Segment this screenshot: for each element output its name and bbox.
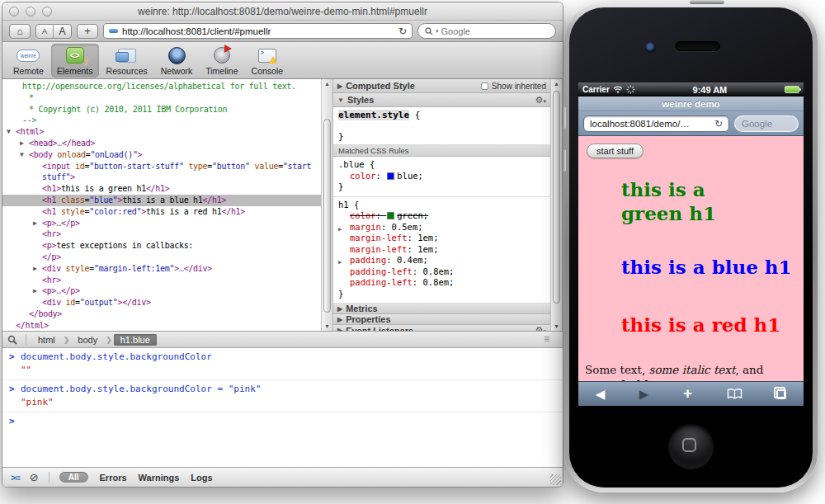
dom-tree-node[interactable]: * xyxy=(2,92,321,104)
dom-tree-node[interactable]: </body> xyxy=(2,309,321,320)
tab-elements[interactable]: <> Elements xyxy=(51,44,99,78)
expand-arrow-icon[interactable]: ▶ xyxy=(33,285,37,297)
console-command[interactable]: >document.body.style.backgroundColor xyxy=(2,351,563,364)
css-property[interactable]: color: green; xyxy=(333,210,550,222)
css-property[interactable]: margin-left: 1em; xyxy=(333,244,550,256)
pages-icon[interactable] xyxy=(776,389,786,399)
gear-icon[interactable]: ⚙▾ xyxy=(535,95,546,106)
expand-arrow-icon[interactable]: ▶ xyxy=(33,218,37,229)
css-property[interactable]: margin-left: 1em; xyxy=(333,233,550,244)
dom-tree-node[interactable]: </p> xyxy=(2,252,321,263)
dom-tree-node[interactable]: --> xyxy=(2,115,321,126)
address-bar[interactable]: ↻ xyxy=(103,23,412,39)
volume-down-button[interactable] xyxy=(562,149,566,172)
css-property[interactable]: ▶padding: 0.4em; xyxy=(333,255,550,266)
collapse-arrow-icon[interactable]: ▼ xyxy=(7,126,11,138)
forward-icon[interactable]: ▶ xyxy=(639,387,649,402)
css-rule[interactable]: h1 {color: green;▶margin: 0.5em;margin-l… xyxy=(333,197,550,304)
scroll-down-icon[interactable]: ▼ xyxy=(322,323,332,329)
search-input[interactable] xyxy=(441,26,559,36)
computed-style-section-header[interactable]: ▶ Computed Style Show inherited xyxy=(333,79,550,93)
new-tab-button[interactable]: + xyxy=(77,24,98,39)
add-bookmark-icon[interactable]: + xyxy=(683,384,692,403)
scrollbar-thumb[interactable] xyxy=(323,119,331,313)
tab-resources[interactable]: Resources xyxy=(101,44,153,78)
collapse-arrow-icon[interactable]: ▼ xyxy=(20,149,24,161)
dom-tree-node[interactable]: </html> xyxy=(2,320,321,331)
dom-tree-node[interactable]: * Copyright (c) 2010, 2011 IBM Corporati… xyxy=(2,104,321,115)
element-style-block[interactable]: element.style { } xyxy=(333,107,550,145)
expand-arrow-icon[interactable]: ▶ xyxy=(337,316,342,323)
scrollbar-thumb[interactable] xyxy=(553,91,560,304)
reload-icon[interactable]: ↻ xyxy=(398,26,407,37)
tab-remote[interactable]: weinre Remote xyxy=(7,44,50,78)
filter-all[interactable]: All xyxy=(59,472,88,483)
browser-search-field[interactable]: ▾ xyxy=(417,23,556,39)
show-inherited-checkbox[interactable] xyxy=(481,82,488,90)
dom-tree-node[interactable]: http://opensource.org/licenses/alphabeti… xyxy=(2,81,321,92)
start-stuff-button[interactable]: start stuff xyxy=(587,144,644,158)
tab-console[interactable]: Console xyxy=(246,44,290,78)
css-rule[interactable]: .blue {color: blue;} xyxy=(333,157,550,197)
color-swatch-icon[interactable] xyxy=(387,212,394,219)
expand-arrow-icon[interactable]: ▶ xyxy=(337,305,342,313)
dom-tree-scrollbar[interactable]: ▲ ▼ xyxy=(321,79,333,331)
splitter-handle-icon[interactable]: ≡ xyxy=(544,333,549,345)
back-icon[interactable]: ◀ xyxy=(596,387,606,402)
toggle-console-icon[interactable]: >≡ xyxy=(11,473,20,483)
home-button[interactable]: ⌂ xyxy=(9,24,31,39)
console-command[interactable]: >document.body.style.backgroundColor = "… xyxy=(2,383,563,396)
dom-tree-node[interactable]: ▶<head>…</head> xyxy=(2,138,321,149)
scroll-up-icon[interactable]: ▲ xyxy=(551,81,562,87)
font-smaller-button[interactable]: A xyxy=(36,25,54,38)
power-button[interactable] xyxy=(690,0,724,4)
tab-network[interactable]: Network xyxy=(155,44,199,78)
css-property[interactable]: padding-left: 0.8em; xyxy=(333,277,550,289)
search-icon[interactable] xyxy=(7,335,17,345)
expand-arrow-icon[interactable]: ▶ xyxy=(337,82,342,90)
collapse-arrow-icon[interactable]: ▼ xyxy=(337,97,344,104)
sidebar-scrollbar[interactable]: ▲ ▼ xyxy=(550,79,563,331)
url-input[interactable] xyxy=(122,26,394,36)
scroll-down-icon[interactable]: ▼ xyxy=(551,323,562,329)
breadcrumb-item-html[interactable]: html xyxy=(31,334,62,346)
dom-tree-node[interactable]: <p>test exceptions in callbacks: xyxy=(2,240,321,252)
metrics-section-header[interactable]: ▶ Metrics xyxy=(333,304,550,314)
css-property[interactable]: color: blue; xyxy=(333,171,550,182)
dom-tree-node[interactable]: <div id="output"></div> xyxy=(2,297,321,309)
dom-tree-node[interactable]: ▼<html> xyxy=(2,126,321,138)
dom-tree-node[interactable]: ▶<div style="margin-left:1em">…</div> xyxy=(2,263,321,275)
scroll-up-icon[interactable]: ▲ xyxy=(322,81,332,87)
dom-tree-node[interactable]: ▶<p>…</p> xyxy=(2,285,321,297)
expand-arrow-icon[interactable]: ▶ xyxy=(20,138,24,149)
filter-warnings[interactable]: Warnings xyxy=(139,473,180,483)
properties-section-header[interactable]: ▶ Properties xyxy=(333,314,550,325)
dom-tree-node[interactable]: <h1>this is a green h1</h1> xyxy=(2,183,321,195)
filter-errors[interactable]: Errors xyxy=(100,473,127,483)
resize-grip[interactable] xyxy=(550,474,561,485)
clear-console-icon[interactable]: ⊘ xyxy=(30,471,39,483)
breadcrumb-item-body[interactable]: body xyxy=(71,334,104,346)
home-button[interactable] xyxy=(668,424,714,469)
styles-section-header[interactable]: ▼ Styles ⚙▾ xyxy=(333,93,550,107)
event-listeners-section-header[interactable]: ▶ Event Listeners ⚙▾ xyxy=(333,325,550,331)
expand-arrow-icon[interactable]: ▶ xyxy=(33,263,37,275)
reload-icon[interactable]: ↻ xyxy=(714,118,723,130)
tab-timeline[interactable]: Timeline xyxy=(200,44,243,78)
dom-tree-node[interactable]: <h1 class="blue">this is a blue h1</h1> xyxy=(2,195,321,206)
css-property[interactable]: ▶margin: 0.5em; xyxy=(333,222,550,233)
dom-tree-node[interactable]: ▶<p>…</p> xyxy=(2,218,321,229)
mobile-search-field[interactable]: Google xyxy=(734,115,799,132)
dom-tree-node[interactable]: stuff"> xyxy=(2,172,321,183)
font-larger-button[interactable]: A xyxy=(54,25,71,38)
dom-tree-node[interactable]: <input id="button-start-stuff" type="but… xyxy=(2,161,321,172)
gear-icon[interactable]: ⚙▾ xyxy=(535,325,546,331)
dom-tree-node[interactable]: <h1 style="color:red">this is a red h1</… xyxy=(2,206,321,218)
volume-up-button[interactable] xyxy=(562,106,566,129)
color-swatch-icon[interactable] xyxy=(387,172,394,180)
mobile-address-field[interactable]: localhost:8081/demo/… ↻ xyxy=(583,115,729,132)
dom-tree-node[interactable]: <hr> xyxy=(2,275,321,286)
dom-tree-node[interactable]: <hr> xyxy=(2,228,321,240)
css-property[interactable]: padding-left: 0.8em; xyxy=(333,266,550,278)
bookmarks-icon[interactable] xyxy=(727,389,742,399)
